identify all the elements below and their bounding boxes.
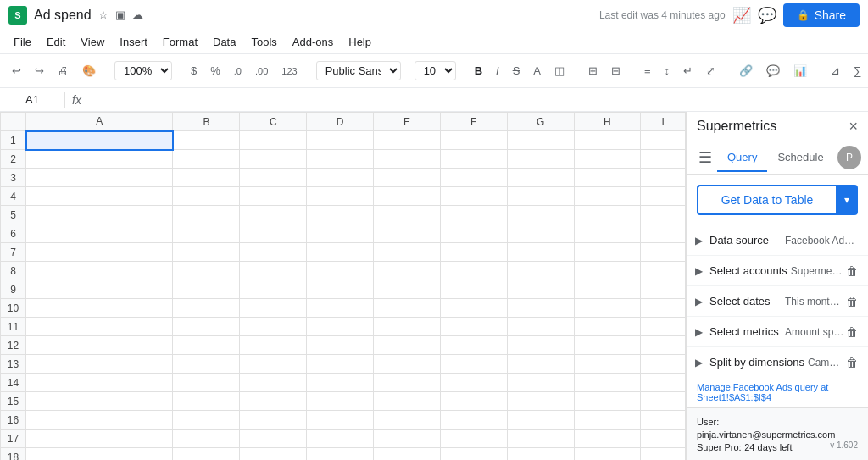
cell-I3[interactable] (641, 169, 686, 187)
cell-I5[interactable] (641, 206, 686, 224)
cell-C15[interactable] (240, 392, 307, 411)
cell-C18[interactable] (240, 448, 307, 461)
cell-H4[interactable] (574, 187, 641, 206)
cell-C2[interactable] (240, 150, 307, 169)
menu-tools[interactable]: Tools (244, 33, 283, 51)
cell-F8[interactable] (440, 262, 507, 280)
menu-file[interactable]: File (7, 33, 38, 51)
chart-button[interactable]: 📊 (788, 61, 812, 80)
cell-E11[interactable] (374, 318, 441, 336)
link-button[interactable]: 🔗 (734, 61, 758, 80)
undo-button[interactable]: ↩ (7, 61, 26, 80)
cell-I6[interactable] (641, 224, 686, 243)
col-header-e[interactable]: E (374, 113, 441, 131)
cell-D1[interactable] (307, 131, 374, 150)
query-row-delete-4[interactable]: 🗑 (844, 356, 860, 369)
bold-button[interactable]: B (470, 61, 487, 80)
cell-B11[interactable] (173, 318, 240, 336)
cell-D9[interactable] (307, 280, 374, 299)
col-header-h[interactable]: H (574, 113, 641, 131)
cell-I9[interactable] (641, 280, 686, 299)
cell-G2[interactable] (507, 150, 574, 169)
cell-E4[interactable] (374, 187, 441, 206)
cell-A18[interactable] (26, 448, 173, 461)
cell-I17[interactable] (641, 430, 686, 448)
cell-A7[interactable] (26, 243, 173, 262)
col-header-a[interactable]: A (26, 113, 173, 131)
menu-view[interactable]: View (74, 33, 111, 51)
redo-button[interactable]: ↪ (30, 61, 49, 80)
cell-B17[interactable] (173, 430, 240, 448)
cell-B6[interactable] (173, 224, 240, 243)
cell-G6[interactable] (507, 224, 574, 243)
cell-B18[interactable] (173, 448, 240, 461)
cell-D10[interactable] (307, 299, 374, 318)
cell-H7[interactable] (574, 243, 641, 262)
cell-E6[interactable] (374, 224, 441, 243)
cell-G1[interactable] (507, 131, 574, 150)
menu-help[interactable]: Help (342, 33, 378, 51)
cell-A13[interactable] (26, 355, 173, 374)
cell-G16[interactable] (507, 411, 574, 430)
cell-E5[interactable] (374, 206, 441, 224)
cell-G13[interactable] (507, 355, 574, 374)
cell-B13[interactable] (173, 355, 240, 374)
cell-H5[interactable] (574, 206, 641, 224)
menu-insert[interactable]: Insert (113, 33, 154, 51)
cell-F4[interactable] (440, 187, 507, 206)
borders-button[interactable]: ⊞ (583, 61, 603, 80)
decimal1-button[interactable]: .0 (229, 63, 247, 80)
cell-D15[interactable] (307, 392, 374, 411)
cell-E8[interactable] (374, 262, 441, 280)
cell-F16[interactable] (440, 411, 507, 430)
chart-icon[interactable]: 📈 (732, 6, 751, 25)
cell-A8[interactable] (26, 262, 173, 280)
cell-I1[interactable] (641, 131, 686, 150)
cell-H3[interactable] (574, 169, 641, 187)
rotate-button[interactable]: ⤢ (701, 61, 721, 80)
cell-C13[interactable] (240, 355, 307, 374)
cell-I13[interactable] (641, 355, 686, 374)
cell-G4[interactable] (507, 187, 574, 206)
cell-G17[interactable] (507, 430, 574, 448)
formula-input[interactable] (88, 93, 861, 106)
cell-I14[interactable] (641, 374, 686, 392)
query-row-2[interactable]: ▶Select datesThis month to date🗑 (687, 286, 868, 317)
currency-button[interactable]: $ (186, 61, 202, 80)
query-row-0[interactable]: ▶Data sourceFacebook Ads: Pinja Virtanen… (687, 225, 868, 256)
cell-H10[interactable] (574, 299, 641, 318)
cell-F13[interactable] (440, 355, 507, 374)
cell-E3[interactable] (374, 169, 441, 187)
cell-A10[interactable] (26, 299, 173, 318)
cell-C1[interactable] (240, 131, 307, 150)
cell-D13[interactable] (307, 355, 374, 374)
cell-A14[interactable] (26, 374, 173, 392)
font-size-select[interactable]: 10 (415, 61, 456, 80)
cell-D4[interactable] (307, 187, 374, 206)
cell-G15[interactable] (507, 392, 574, 411)
wrap-button[interactable]: ↵ (678, 61, 698, 80)
cell-G10[interactable] (507, 299, 574, 318)
manage-link[interactable]: Manage Facebook Ads query at Sheet1!$A$1… (687, 377, 868, 407)
cell-B10[interactable] (173, 299, 240, 318)
cell-G14[interactable] (507, 374, 574, 392)
cell-F15[interactable] (440, 392, 507, 411)
strikethrough-button[interactable]: S (508, 61, 526, 80)
cell-I18[interactable] (641, 448, 686, 461)
query-row-4[interactable]: ▶Split by dimensionsCampaign name vs. Da… (687, 347, 868, 377)
cell-H1[interactable] (574, 131, 641, 150)
cell-A17[interactable] (26, 430, 173, 448)
cell-E2[interactable] (374, 150, 441, 169)
italic-button[interactable]: I (491, 61, 504, 80)
cell-A12[interactable] (26, 336, 173, 355)
cell-C4[interactable] (240, 187, 307, 206)
cell-F1[interactable] (440, 131, 507, 150)
cell-H18[interactable] (574, 448, 641, 461)
cell-F12[interactable] (440, 336, 507, 355)
cell-C16[interactable] (240, 411, 307, 430)
cell-H9[interactable] (574, 280, 641, 299)
cell-E18[interactable] (374, 448, 441, 461)
get-data-button[interactable]: Get Data to Table (697, 185, 836, 215)
cell-B12[interactable] (173, 336, 240, 355)
cell-G5[interactable] (507, 206, 574, 224)
